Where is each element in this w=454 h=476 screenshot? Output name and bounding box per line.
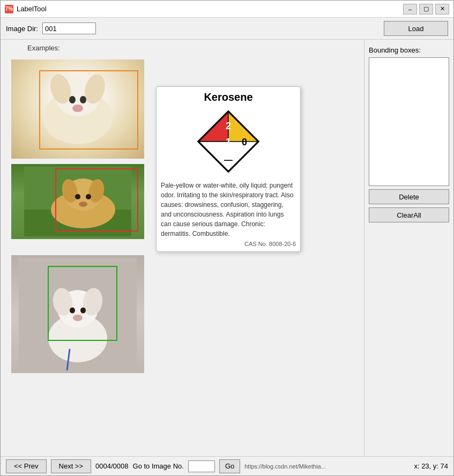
list-item[interactable] [11, 164, 144, 239]
svg-point-4 [69, 96, 76, 103]
svg-point-21 [70, 308, 75, 314]
popup-title: Kerosene [161, 91, 296, 103]
svg-point-23 [73, 315, 83, 321]
images-area[interactable]: Kerosene [1, 54, 364, 456]
bounding-boxes-list[interactable] [369, 57, 449, 186]
footer-url: https://blog.csdn.net/Mikethia... [244, 463, 326, 470]
right-panel: Bounding boxes: Delete ClearAll [364, 40, 453, 456]
svg-text:1: 1 [226, 137, 231, 147]
maximize-button[interactable]: ▢ [419, 4, 433, 14]
app-icon: 7% [5, 5, 13, 13]
next-button[interactable]: Next >> [51, 459, 92, 473]
goto-input[interactable] [188, 460, 215, 472]
image-dir-label: Image Dir: [6, 25, 38, 33]
footer: << Prev Next >> 0004/0008 Go to Image No… [1, 456, 453, 475]
svg-point-15 [79, 202, 87, 207]
window-title: LabelTool [17, 5, 403, 13]
close-button[interactable]: ✕ [435, 4, 449, 14]
left-panel: Examples: [1, 40, 364, 456]
kerosene-popup: Kerosene [156, 86, 301, 252]
goto-label: Go to Image No. [133, 462, 184, 470]
bounding-boxes-label: Bounding boxes: [369, 46, 449, 54]
clearall-button[interactable]: ClearAll [369, 207, 449, 222]
go-button[interactable]: Go [219, 459, 240, 473]
popup-cas: CAS No. 8008-20-6 [161, 241, 296, 247]
svg-point-14 [86, 194, 91, 199]
svg-text:—: — [224, 155, 233, 165]
prev-button[interactable]: << Prev [6, 459, 47, 473]
image-count: 0004/0008 [95, 462, 128, 470]
delete-button[interactable]: Delete [369, 189, 449, 204]
svg-text:2: 2 [226, 121, 231, 131]
svg-point-13 [75, 194, 80, 199]
svg-point-6 [72, 105, 83, 112]
examples-label: Examples: [1, 40, 364, 54]
load-button[interactable]: Load [384, 21, 448, 36]
main-window: 7% LabelTool – ▢ ✕ Image Dir: Load Examp… [0, 0, 454, 476]
window-controls: – ▢ ✕ [403, 4, 449, 14]
svg-point-5 [80, 96, 86, 103]
popup-description: Pale-yellow or water-white, oily liquid;… [161, 181, 296, 239]
title-bar: 7% LabelTool – ▢ ✕ [1, 1, 453, 18]
list-item[interactable] [11, 255, 144, 373]
minimize-button[interactable]: – [403, 4, 417, 14]
svg-point-22 [80, 308, 86, 314]
image-dir-input[interactable] [42, 23, 96, 34]
toolbar: Image Dir: Load [1, 18, 453, 40]
main-content: Examples: [1, 40, 453, 456]
svg-text:0: 0 [242, 137, 247, 147]
nfpa-diamond: 1 2 0 — [193, 107, 263, 176]
footer-coords: x: 23, y: 74 [414, 462, 448, 470]
list-item[interactable] [11, 59, 144, 159]
